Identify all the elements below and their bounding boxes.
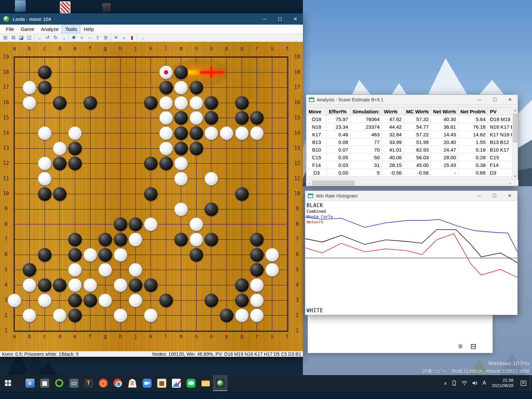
column-header-win[interactable]: Win%: [382, 108, 404, 115]
table-row-f14[interactable]: F140.033128.1545.0015.430.38F14: [307, 161, 518, 169]
analyze-icon[interactable]: ✱: [70, 34, 78, 41]
board-col-label: g: [100, 46, 111, 52]
analysis-titlebar[interactable]: Analysis - Score Estimate B+5.1 ─ ☐ ✕: [306, 95, 518, 105]
wifi-icon[interactable]: [459, 375, 470, 391]
clock[interactable]: 21:38 2021/06/28: [488, 378, 517, 388]
horizontal-scroll-thumb[interactable]: [312, 181, 355, 186]
desktop-icon-3[interactable]: [102, 3, 111, 13]
window-icon[interactable]: ⊟: [470, 343, 476, 350]
open-icon[interactable]: ◪: [17, 34, 25, 41]
histogram-titlebar[interactable]: Win Rate Histogram ─ ☐ ✕: [305, 191, 517, 201]
ime-indicator[interactable]: A: [480, 375, 488, 391]
file-explorer-icon[interactable]: [198, 375, 213, 391]
maximize-button[interactable]: ☐: [272, 13, 288, 25]
back-icon[interactable]: ←: [36, 34, 44, 41]
start-button[interactable]: [0, 375, 16, 391]
text-editor-icon[interactable]: T: [81, 375, 96, 391]
desktop-icon-1[interactable]: [15, 0, 26, 12]
board-col-label: s: [267, 333, 277, 340]
save-icon[interactable]: ◫: [25, 34, 33, 41]
menu-file[interactable]: File: [3, 25, 17, 33]
cell: 0.08: [327, 138, 350, 146]
menu-analyze[interactable]: Analyze: [38, 25, 62, 33]
vertical-scroll-thumb[interactable]: [513, 113, 517, 143]
column-header-mcwin[interactable]: MC Win%: [404, 108, 431, 115]
table-row-c15[interactable]: C150.055040.0656.0328.000.28C15: [307, 154, 518, 161]
remote-desktop-icon[interactable]: ▭: [66, 375, 81, 391]
show-desktop-button[interactable]: [530, 375, 532, 391]
zoom-icon[interactable]: [140, 375, 154, 391]
minimize-button[interactable]: ─: [472, 95, 487, 104]
winrate-line-combined: [305, 230, 517, 263]
undo-icon[interactable]: ↺: [44, 34, 52, 41]
scroll-left-icon[interactable]: ‹: [306, 180, 312, 186]
board-col-label: n: [191, 333, 201, 340]
photos-app-icon[interactable]: [169, 375, 184, 391]
blue-doc-app-icon[interactable]: B: [23, 375, 37, 391]
minimize-button[interactable]: ─: [257, 13, 272, 25]
column-header-netprob[interactable]: Net Prob%: [458, 108, 488, 115]
menu-help[interactable]: Help: [80, 25, 97, 33]
scroll-down-icon[interactable]: ∨: [512, 173, 518, 179]
column-header-simulation[interactable]: Simulation:: [350, 108, 382, 115]
ubuntu-icon[interactable]: ◯: [96, 375, 110, 391]
leela-titlebar[interactable]: Leela - move 104 ─ ☐ ✕: [0, 13, 303, 25]
stone-white-n7: [190, 233, 203, 246]
maximize-button[interactable]: ☐: [487, 95, 502, 104]
chrome-icon: [113, 379, 122, 387]
close-button[interactable]: ✕: [502, 95, 518, 104]
device-icon[interactable]: [449, 375, 459, 391]
table-row-d3[interactable]: D30.005-0.56-0.56-0.66D3: [307, 169, 518, 177]
bookmark-icon[interactable]: ▮: [128, 34, 136, 41]
column-header-effort[interactable]: Effort%: [327, 108, 350, 115]
scroll-right-icon[interactable]: ›: [507, 180, 513, 186]
minimize-button[interactable]: ─: [471, 191, 487, 200]
table-row-n18[interactable]: N1823.342337444.4254.7736.6176.18N18 K17…: [307, 123, 518, 131]
board-row-label: 12: [292, 160, 303, 167]
calculator-icon[interactable]: ▦: [37, 375, 52, 391]
new-board-icon[interactable]: ⧉: [9, 34, 17, 41]
close-button[interactable]: ✕: [502, 191, 517, 200]
line-app-icon: [187, 379, 196, 388]
green-ring-app-icon[interactable]: [52, 375, 66, 391]
column-header-move[interactable]: Move: [307, 108, 327, 115]
shogi-board-app-icon[interactable]: ▦: [154, 375, 169, 391]
table-row-b10[interactable]: B100.077041.0162.9324.470.19B10 K17: [307, 146, 518, 154]
scroll-up-icon[interactable]: ∧: [512, 107, 518, 113]
desktop-icon-playing-card[interactable]: [60, 1, 70, 13]
line-app-icon[interactable]: [184, 375, 198, 391]
cut-icon[interactable]: ✕: [112, 34, 120, 41]
print-icon[interactable]: ≣: [102, 34, 110, 41]
table-row-o18[interactable]: O1875.977606447.6257.3240.305.64O18 M19 …: [307, 115, 518, 123]
horizontal-scrollbar[interactable]: ‹ ›: [306, 180, 518, 186]
shogi-piece-app-icon[interactable]: 王: [125, 375, 140, 391]
stone-white-c14: [38, 126, 52, 140]
exit-icon[interactable]: →: [138, 34, 146, 41]
notification-center-icon[interactable]: [517, 375, 530, 391]
menu-game[interactable]: Game: [17, 25, 38, 33]
background-window[interactable]: ≡ ⊟: [308, 315, 493, 353]
find-icon[interactable]: ○: [120, 34, 128, 41]
pass-icon[interactable]: ⇧: [94, 34, 102, 41]
maximize-button[interactable]: ☐: [487, 191, 502, 200]
redo-icon[interactable]: ↻: [52, 34, 60, 41]
vertical-scrollbar[interactable]: ∧ ∨: [512, 107, 518, 179]
cell-move: N18: [307, 123, 327, 131]
menu-tools[interactable]: Tools: [62, 25, 80, 33]
volume-icon[interactable]: [470, 375, 480, 391]
leela-taskbar-icon[interactable]: [213, 375, 227, 391]
zoom-in-icon[interactable]: ＋: [78, 34, 86, 41]
cell: 45.00: [404, 161, 431, 169]
tray-chevron-icon[interactable]: ∧: [442, 375, 450, 391]
chrome-icon[interactable]: [110, 375, 125, 391]
zoom-out-icon[interactable]: −: [86, 34, 94, 41]
close-button[interactable]: ✕: [288, 13, 303, 25]
stone-black-g7: [98, 233, 112, 246]
go-board[interactable]: aabbccddeeffgghhjjkkllmmnnooppqqrrsstt19…: [0, 42, 303, 351]
column-header-netwin[interactable]: Net Win%: [431, 108, 458, 115]
forward-icon[interactable]: →: [60, 34, 67, 41]
menu-icon[interactable]: ≡: [458, 343, 463, 350]
table-row-k17[interactable]: K170.4646332.8457.2214.4314.62K17 N18 C: [307, 131, 518, 138]
table-row-b13[interactable]: B130.087733.9951.9920.401.55B13 B12: [307, 138, 518, 146]
new-game-icon[interactable]: ⊞: [1, 34, 9, 41]
